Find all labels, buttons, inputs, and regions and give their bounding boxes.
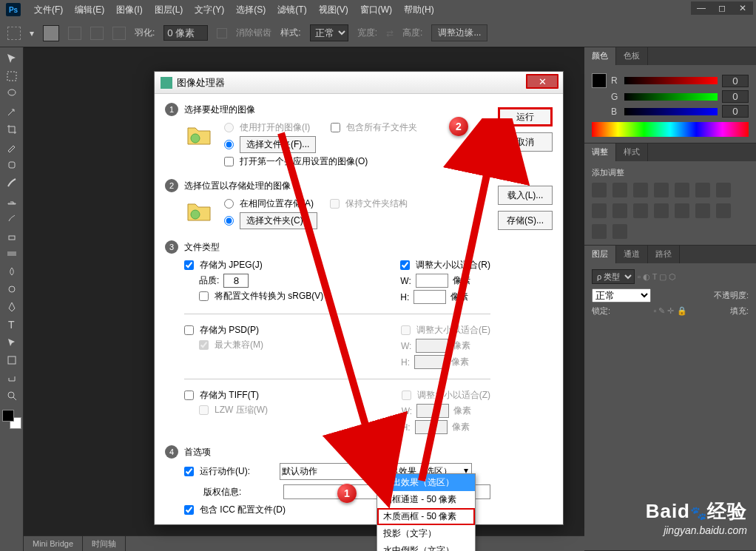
bw-icon[interactable] (592, 203, 607, 218)
brush-tool[interactable] (3, 175, 21, 191)
menu-view[interactable]: 视图(V) (313, 4, 354, 16)
hand-tool[interactable] (3, 370, 21, 386)
timeline-tab[interactable]: 时间轴 (83, 536, 126, 551)
dropdown-option-water[interactable]: 水中倒影（文字） (377, 542, 475, 551)
g-input[interactable] (722, 90, 749, 103)
dropdown-option-fade[interactable]: 淡出效果（选区） (377, 474, 475, 491)
zoom-tool[interactable] (3, 388, 21, 404)
r-input[interactable] (722, 75, 749, 87)
load-button[interactable]: 载入(L)... (498, 186, 553, 205)
select-dest-radio[interactable] (224, 216, 234, 226)
lasso-tool[interactable] (3, 86, 21, 102)
resize-jpeg-checkbox[interactable] (400, 260, 410, 270)
maximize-button[interactable]: ◻ (712, 1, 732, 15)
layers-tab[interactable]: 图层 (584, 246, 616, 263)
posterize-icon[interactable] (695, 203, 710, 218)
dodge-tool[interactable] (3, 281, 21, 297)
run-button[interactable]: 运行 (498, 107, 553, 126)
history-brush-tool[interactable] (3, 210, 21, 226)
blend-mode-select[interactable]: 正常 (592, 288, 651, 302)
close-button[interactable]: ✕ (732, 1, 753, 15)
dropdown-option-frame-channel[interactable]: 画框通道 - 50 像素 (377, 491, 475, 508)
levels-icon[interactable] (612, 183, 627, 197)
save-settings-button[interactable]: 存储(S)... (498, 211, 553, 230)
select-source-folder-button[interactable]: 选择文件夹(F)... (240, 136, 316, 153)
marquee-tool[interactable] (3, 68, 21, 84)
menu-layer[interactable]: 图层(L) (149, 4, 189, 16)
menu-window[interactable]: 窗口(W) (354, 4, 398, 16)
gradient-tool[interactable] (3, 246, 21, 262)
dialog-titlebar[interactable]: 图像处理器 ✕ (155, 72, 563, 94)
crop-tool[interactable] (3, 121, 21, 138)
save-tiff-checkbox[interactable] (184, 391, 194, 400)
b-slider[interactable] (624, 108, 718, 115)
move-tool[interactable] (3, 50, 21, 67)
photofilter-icon[interactable] (612, 203, 627, 218)
foreground-color[interactable] (2, 410, 14, 422)
heal-tool[interactable] (3, 157, 21, 173)
cancel-button[interactable]: 取消 (498, 132, 553, 152)
select-dest-folder-button[interactable]: 选择文件夹(C)... (240, 212, 317, 229)
marquee-tool-icon[interactable] (7, 27, 21, 40)
selection-mode-new[interactable] (43, 25, 59, 41)
shape-tool[interactable] (3, 352, 21, 368)
threshold-icon[interactable] (716, 203, 731, 218)
menu-edit[interactable]: 编辑(E) (69, 4, 110, 16)
select-folder-radio[interactable] (224, 140, 234, 149)
colorlookup-icon[interactable] (654, 203, 669, 218)
curves-icon[interactable] (633, 183, 648, 197)
menu-help[interactable]: 帮助(H) (398, 4, 440, 16)
srgb-checkbox[interactable] (199, 291, 209, 301)
hue-icon[interactable] (695, 183, 710, 197)
dropdown-option-shadow[interactable]: 投影（文字） (377, 525, 475, 542)
blur-tool[interactable] (3, 263, 21, 280)
channels-tab[interactable]: 通道 (616, 246, 648, 263)
selection-mode-add[interactable] (68, 27, 81, 40)
dropdown-option-wood-frame[interactable]: 木质画框 - 50 像素 (377, 508, 475, 525)
selection-mode-subtract[interactable] (90, 27, 104, 40)
path-select-tool[interactable] (3, 334, 21, 351)
menu-image[interactable]: 图像(I) (110, 4, 148, 16)
selective-color-icon[interactable] (612, 224, 627, 239)
style-select[interactable]: 正常 (310, 24, 348, 41)
paths-tab[interactable]: 路径 (648, 246, 680, 263)
minimize-button[interactable]: — (691, 1, 712, 15)
open-first-checkbox[interactable] (224, 157, 234, 166)
gradient-map-icon[interactable] (592, 224, 607, 239)
r-slider[interactable] (624, 77, 718, 84)
minibridge-tab[interactable]: Mini Bridge (24, 536, 83, 551)
eraser-tool[interactable] (3, 228, 21, 244)
include-sub-checkbox[interactable] (331, 123, 340, 132)
jpeg-w-input[interactable] (416, 274, 448, 288)
swatches-panel-tab[interactable]: 色板 (616, 47, 648, 65)
eyedropper-tool[interactable] (3, 139, 21, 155)
wand-tool[interactable] (3, 104, 21, 120)
menu-select[interactable]: 选择(S) (230, 4, 271, 16)
color-spectrum[interactable] (592, 122, 749, 137)
feather-input[interactable] (163, 25, 208, 41)
include-icc-checkbox[interactable] (184, 505, 194, 515)
stamp-tool[interactable] (3, 192, 21, 209)
styles-tab[interactable]: 样式 (616, 143, 648, 161)
channelmixer-icon[interactable] (633, 203, 648, 218)
color-swatches[interactable] (2, 410, 21, 429)
selection-mode-intersect[interactable] (112, 27, 126, 40)
layer-filter-select[interactable]: ρ 类型 (592, 269, 635, 284)
jpeg-h-input[interactable] (414, 290, 446, 304)
color-panel-tab[interactable]: 颜色 (584, 47, 616, 65)
dialog-close-button[interactable]: ✕ (526, 74, 558, 89)
invert-icon[interactable] (675, 203, 689, 218)
save-psd-checkbox[interactable] (184, 325, 194, 335)
same-location-radio[interactable] (224, 199, 234, 209)
adjustments-tab[interactable]: 调整 (584, 143, 616, 161)
b-input[interactable] (722, 105, 749, 118)
pen-tool[interactable] (3, 299, 21, 315)
quality-input[interactable] (223, 274, 249, 288)
exposure-icon[interactable] (654, 183, 669, 197)
refine-edge-button[interactable]: 调整边缘... (431, 24, 487, 41)
antialias-checkbox[interactable] (217, 28, 227, 38)
action-set-dropdown[interactable]: 默认动作 ▾ (280, 463, 373, 480)
vibrance-icon[interactable] (675, 183, 689, 197)
g-slider[interactable] (624, 93, 718, 101)
color-preview[interactable] (592, 73, 607, 88)
